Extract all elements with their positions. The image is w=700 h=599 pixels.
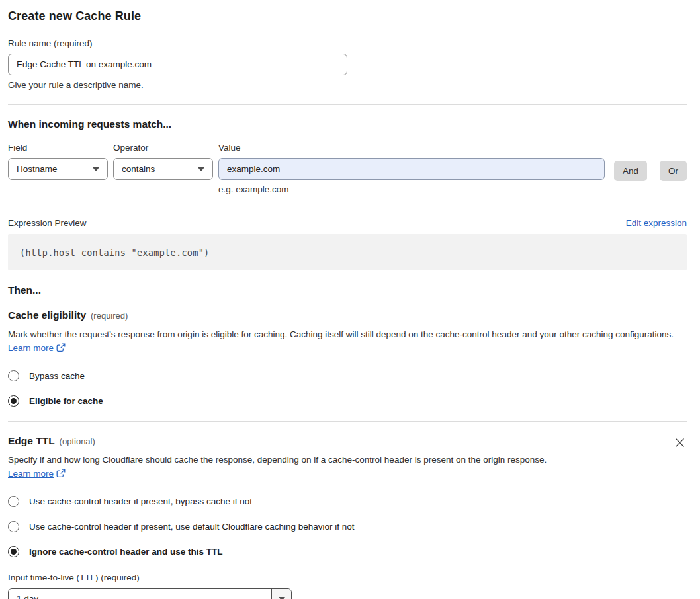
learn-more-link[interactable]: Learn more	[8, 469, 54, 479]
radio-icon[interactable]	[8, 496, 19, 507]
chevron-down-icon	[93, 167, 99, 171]
match-section: When incoming requests match... Field Ho…	[8, 118, 687, 270]
ttl-label: Input time-to-live (TTL) (required)	[8, 573, 687, 582]
field-select[interactable]: Hostname	[8, 158, 108, 180]
cache-eligibility-heading: Cache eligibility	[8, 309, 86, 321]
page-title: Create new Cache Rule	[8, 9, 687, 23]
ttl-dropdown-button[interactable]	[271, 589, 291, 599]
radio-label: Bypass cache	[29, 371, 85, 381]
optional-qualifier: (optional)	[60, 436, 95, 446]
edge-ttl-section: Edge TTL (optional) Specify if and how l…	[8, 435, 687, 599]
external-link-icon	[56, 343, 66, 357]
radio-checked-icon[interactable]	[8, 395, 19, 407]
logic-buttons: And Or	[614, 161, 687, 181]
operator-select-value: contains	[122, 164, 155, 174]
edge-ttl-options: Use cache-control header if present, byp…	[8, 496, 687, 557]
operator-select[interactable]: contains	[113, 158, 213, 180]
cache-eligibility-section: Cache eligibility (required) Mark whethe…	[8, 309, 687, 407]
cache-eligibility-options: Bypass cache Eligible for cache	[8, 370, 687, 407]
ttl-combo	[8, 588, 292, 599]
cache-eligibility-title-row: Cache eligibility (required)	[8, 309, 687, 321]
radio-option-ignore-header-use-ttl[interactable]: Ignore cache-control header and use this…	[8, 546, 687, 557]
rule-name-group: Rule name (required) Give your rule a de…	[8, 38, 687, 90]
expression-preview-code: (http.host contains "example.com")	[8, 234, 687, 270]
divider	[8, 104, 687, 105]
radio-option-eligible-for-cache[interactable]: Eligible for cache	[8, 395, 687, 407]
radio-option-use-header-bypass[interactable]: Use cache-control header if present, byp…	[8, 496, 687, 507]
or-button[interactable]: Or	[660, 161, 687, 181]
then-heading: Then...	[8, 284, 687, 296]
radio-label: Use cache-control header if present, byp…	[29, 497, 252, 506]
radio-label: Eligible for cache	[29, 396, 103, 406]
rule-name-label: Rule name (required)	[8, 38, 687, 48]
required-qualifier: (required)	[91, 311, 128, 321]
expression-preview-label: Expression Preview	[8, 218, 87, 228]
chevron-down-icon	[198, 167, 204, 171]
rule-name-input[interactable]	[8, 54, 347, 75]
cache-eligibility-description: Mark whether the request’s response from…	[8, 328, 687, 357]
edge-ttl-description: Specify if and how long Cloudflare shoul…	[8, 454, 564, 483]
value-label: Value	[218, 143, 605, 153]
edge-ttl-description-text: Specify if and how long Cloudflare shoul…	[8, 455, 547, 465]
field-select-value: Hostname	[17, 164, 58, 174]
ttl-input[interactable]	[9, 589, 271, 599]
radio-option-use-header-default[interactable]: Use cache-control header if present, use…	[8, 521, 687, 532]
operator-column: Operator contains	[113, 143, 213, 180]
value-input[interactable]	[218, 158, 605, 180]
radio-icon[interactable]	[8, 521, 19, 532]
value-column: Value e.g. example.com	[218, 143, 605, 194]
expression-header: Expression Preview Edit expression	[8, 218, 687, 228]
rule-name-help: Give your rule a descriptive name.	[8, 80, 687, 90]
edge-ttl-heading: Edge TTL	[8, 435, 55, 447]
field-column: Field Hostname	[8, 143, 108, 180]
value-help: e.g. example.com	[218, 184, 605, 194]
match-row: Field Hostname Operator contains Value e…	[8, 143, 687, 194]
learn-more-link[interactable]: Learn more	[8, 343, 54, 353]
operator-label: Operator	[113, 143, 213, 153]
cache-eligibility-description-text: Mark whether the request’s response from…	[8, 329, 674, 339]
edit-expression-link[interactable]: Edit expression	[626, 218, 687, 228]
radio-icon[interactable]	[8, 370, 19, 381]
radio-label: Ignore cache-control header and use this…	[29, 547, 223, 557]
external-link-icon	[56, 469, 66, 483]
field-label: Field	[8, 143, 108, 153]
radio-option-bypass-cache[interactable]: Bypass cache	[8, 370, 687, 381]
create-cache-rule-page: Create new Cache Rule Rule name (require…	[0, 0, 700, 599]
match-heading: When incoming requests match...	[8, 118, 687, 130]
radio-checked-icon[interactable]	[8, 546, 19, 557]
and-button[interactable]: And	[614, 161, 647, 181]
radio-label: Use cache-control header if present, use…	[29, 522, 355, 532]
ttl-input-group: Input time-to-live (TTL) (required)	[8, 573, 687, 599]
divider	[8, 421, 687, 422]
close-icon[interactable]	[673, 436, 686, 450]
edge-ttl-title-row: Edge TTL (optional)	[8, 435, 687, 447]
